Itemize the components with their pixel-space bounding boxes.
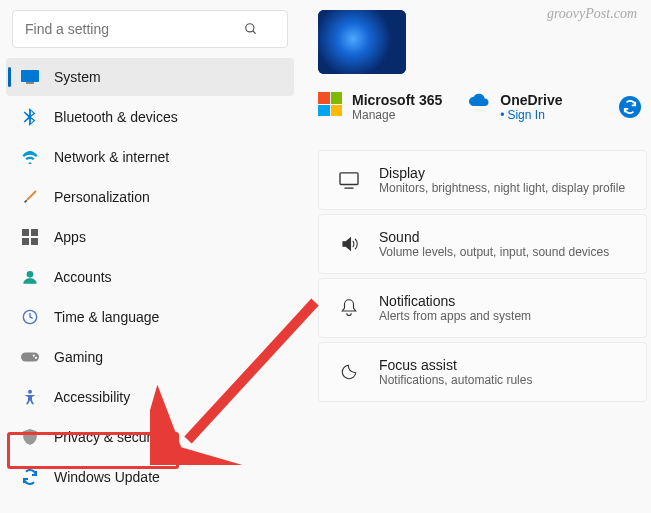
search-input[interactable] bbox=[25, 21, 241, 37]
sidebar-item-label: Accessibility bbox=[54, 389, 130, 405]
sidebar-item-label: Bluetooth & devices bbox=[54, 109, 178, 125]
sidebar-item-label: Time & language bbox=[54, 309, 159, 325]
panel-title: Notifications bbox=[379, 293, 531, 309]
panel-title: Focus assist bbox=[379, 357, 532, 373]
bluetooth-icon bbox=[20, 107, 40, 127]
sidebar-item-update[interactable]: Windows Update bbox=[6, 458, 294, 496]
panel-sub: Monitors, brightness, night light, displ… bbox=[379, 181, 625, 195]
sidebar-item-label: Gaming bbox=[54, 349, 103, 365]
panel-title: Display bbox=[379, 165, 625, 181]
account-title: OneDrive bbox=[500, 92, 562, 108]
panel-title: Sound bbox=[379, 229, 609, 245]
display-icon bbox=[337, 168, 361, 192]
sidebar-item-time[interactable]: Time & language bbox=[6, 298, 294, 336]
sidebar-item-system[interactable]: System bbox=[6, 58, 294, 96]
onedrive-card[interactable]: OneDrive •Sign In bbox=[466, 92, 562, 122]
main-content: Microsoft 365 Manage OneDrive •Sign In D… bbox=[300, 0, 651, 513]
svg-line-1 bbox=[253, 31, 256, 34]
svg-rect-2 bbox=[21, 70, 39, 82]
moon-icon bbox=[337, 360, 361, 384]
person-icon bbox=[20, 267, 40, 287]
svg-rect-6 bbox=[22, 238, 29, 245]
svg-point-8 bbox=[27, 271, 34, 278]
search-icon bbox=[241, 19, 261, 39]
svg-rect-5 bbox=[31, 229, 38, 236]
panel-display[interactable]: Display Monitors, brightness, night ligh… bbox=[318, 150, 647, 210]
panel-notifications[interactable]: Notifications Alerts from apps and syste… bbox=[318, 278, 647, 338]
sound-icon bbox=[337, 232, 361, 256]
panel-sub: Volume levels, output, input, sound devi… bbox=[379, 245, 609, 259]
panel-focus[interactable]: Focus assist Notifications, automatic ru… bbox=[318, 342, 647, 402]
brush-icon bbox=[20, 187, 40, 207]
microsoft-logo-icon bbox=[318, 92, 342, 116]
sidebar-item-apps[interactable]: Apps bbox=[6, 218, 294, 256]
panel-sound[interactable]: Sound Volume levels, output, input, soun… bbox=[318, 214, 647, 274]
sidebar-item-label: Network & internet bbox=[54, 149, 169, 165]
update-icon bbox=[20, 467, 40, 487]
svg-rect-3 bbox=[26, 82, 34, 84]
account-row: Microsoft 365 Manage OneDrive •Sign In bbox=[318, 92, 647, 122]
shield-icon bbox=[20, 427, 40, 447]
svg-point-11 bbox=[33, 354, 35, 356]
sidebar-item-gaming[interactable]: Gaming bbox=[6, 338, 294, 376]
search-box[interactable] bbox=[12, 10, 288, 48]
wifi-icon bbox=[20, 147, 40, 167]
clock-icon bbox=[20, 307, 40, 327]
account-sub: •Sign In bbox=[500, 108, 562, 122]
account-title: Microsoft 365 bbox=[352, 92, 442, 108]
sidebar-item-label: Apps bbox=[54, 229, 86, 245]
sidebar-item-bluetooth[interactable]: Bluetooth & devices bbox=[6, 98, 294, 136]
sidebar-item-accessibility[interactable]: Accessibility bbox=[6, 378, 294, 416]
accessibility-icon bbox=[20, 387, 40, 407]
sidebar-item-label: Windows Update bbox=[54, 469, 160, 485]
sidebar-item-label: Accounts bbox=[54, 269, 112, 285]
settings-panel-list: Display Monitors, brightness, night ligh… bbox=[318, 150, 647, 402]
svg-rect-7 bbox=[31, 238, 38, 245]
sidebar-item-privacy[interactable]: Privacy & security bbox=[6, 418, 294, 456]
microsoft-365-card[interactable]: Microsoft 365 Manage bbox=[318, 92, 442, 122]
sidebar-item-network[interactable]: Network & internet bbox=[6, 138, 294, 176]
bell-icon bbox=[337, 296, 361, 320]
sync-icon[interactable] bbox=[619, 96, 641, 118]
desktop-thumbnail bbox=[318, 10, 406, 74]
sidebar-item-accounts[interactable]: Accounts bbox=[6, 258, 294, 296]
sidebar-item-label: Privacy & security bbox=[54, 429, 165, 445]
system-icon bbox=[20, 67, 40, 87]
svg-point-0 bbox=[246, 24, 254, 32]
panel-sub: Alerts from apps and system bbox=[379, 309, 531, 323]
apps-icon bbox=[20, 227, 40, 247]
cloud-icon bbox=[466, 92, 490, 112]
sidebar: System Bluetooth & devices Network & int… bbox=[0, 0, 300, 513]
sidebar-item-label: Personalization bbox=[54, 189, 150, 205]
watermark: groovyPost.com bbox=[547, 6, 637, 22]
svg-point-13 bbox=[28, 390, 32, 394]
svg-rect-4 bbox=[22, 229, 29, 236]
sidebar-item-label: System bbox=[54, 69, 101, 85]
account-sub: Manage bbox=[352, 108, 442, 122]
sidebar-item-personalization[interactable]: Personalization bbox=[6, 178, 294, 216]
svg-rect-14 bbox=[340, 173, 358, 185]
gaming-icon bbox=[20, 347, 40, 367]
svg-point-12 bbox=[35, 357, 37, 359]
panel-sub: Notifications, automatic rules bbox=[379, 373, 532, 387]
